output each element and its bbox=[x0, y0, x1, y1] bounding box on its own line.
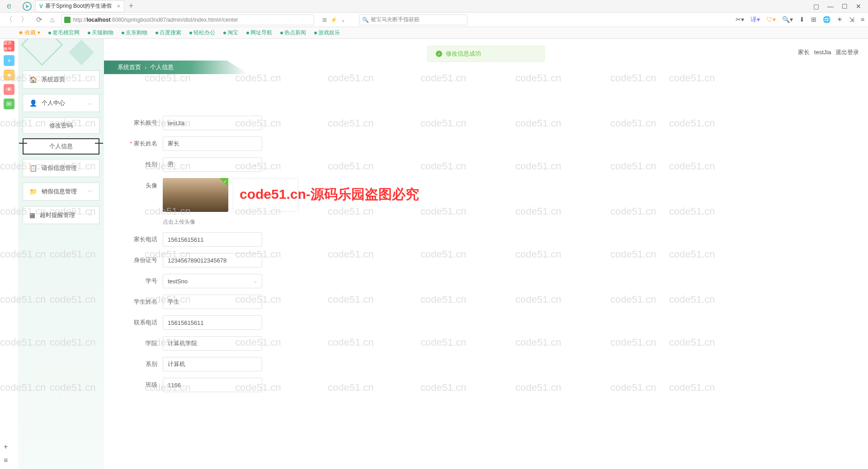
name-label: 家长姓名 bbox=[122, 140, 163, 148]
browser-tools: ✂▾ 译▾ 🛡▾ 🔍▾ ⬇ ⊞ 🌐 ☀ ⇲ ≡ bbox=[736, 16, 864, 24]
search-input[interactable]: 🔍 被宝马夹断手指获赔 bbox=[359, 14, 467, 25]
translate-icon[interactable]: 译▾ bbox=[750, 16, 760, 24]
rail-list-icon[interactable]: ≡ bbox=[4, 456, 8, 464]
main-content: ✓ 修改信息成功 充的设计与实现 家长 testJia 退出登录 系统首页 › … bbox=[104, 39, 868, 469]
pin-icon[interactable]: ⇲ bbox=[849, 16, 854, 24]
user-icon: 👤 bbox=[29, 99, 37, 107]
breadcrumb-current: 个人信息 bbox=[150, 63, 174, 71]
chevron-down-icon[interactable]: ⌄ bbox=[341, 17, 345, 23]
home-icon: 🏠 bbox=[29, 76, 37, 83]
bookmark-link[interactable]: 淘宝 bbox=[223, 29, 238, 37]
check-icon: ✓ bbox=[436, 51, 442, 57]
sidebar-item-personal[interactable]: 👤 个人中心 ︿ bbox=[23, 94, 99, 112]
menu-icon[interactable]: ≡ bbox=[861, 16, 864, 24]
dept-input[interactable] bbox=[163, 357, 262, 371]
name-input[interactable] bbox=[163, 136, 262, 151]
search-tool-icon[interactable]: 🔍▾ bbox=[782, 16, 793, 24]
student-name-label: 学生姓名 bbox=[122, 298, 163, 306]
toast-message: 修改信息成功 bbox=[446, 50, 481, 58]
phone-label: 家长电话 bbox=[122, 235, 163, 244]
bookmark-link[interactable]: 游戏娱乐 bbox=[314, 29, 340, 37]
bookmark-link[interactable]: 天猫购物 bbox=[88, 29, 113, 37]
window-minimize-icon[interactable]: — bbox=[827, 3, 834, 10]
sidebar-item-home[interactable]: 🏠 系统首页 bbox=[23, 70, 99, 89]
bookmark-link[interactable]: 轻松办公 bbox=[189, 29, 215, 37]
chevron-down-icon: ﹀ bbox=[88, 188, 93, 195]
rail-badge-icon[interactable]: 提供账号 bbox=[4, 41, 14, 52]
new-tab-button[interactable]: + bbox=[129, 1, 134, 11]
account-input[interactable] bbox=[163, 116, 262, 130]
sno-select[interactable]: testSno ⌄ bbox=[163, 274, 262, 288]
search-icon: 🔍 bbox=[362, 17, 369, 23]
bookmark-link[interactable]: 热点新闻 bbox=[280, 29, 306, 37]
folder-icon: 📁 bbox=[29, 188, 37, 195]
phone-input[interactable] bbox=[163, 232, 262, 247]
class-label: 班级 bbox=[122, 381, 163, 389]
contact-label: 联系电话 bbox=[122, 319, 163, 327]
bottom-rail: + ≡ bbox=[4, 443, 8, 464]
breadcrumb-home[interactable]: 系统首页 bbox=[118, 63, 141, 71]
chevron-up-icon: ︿ bbox=[88, 100, 93, 107]
window-maximize-icon[interactable]: ☐ bbox=[842, 3, 848, 10]
download-icon[interactable]: ⬇ bbox=[799, 16, 805, 24]
back-button[interactable]: 〈 bbox=[4, 15, 14, 24]
breadcrumb: 系统首页 › 个人信息 bbox=[104, 61, 249, 74]
bookmark-link[interactable]: 网址导航 bbox=[246, 29, 272, 37]
clipboard-icon: 📋 bbox=[29, 164, 37, 172]
sidebar-item-leave[interactable]: 📋 请假信息管理 bbox=[23, 159, 99, 177]
bookmark-link[interactable]: 百度搜索 bbox=[156, 29, 181, 37]
globe-icon[interactable]: 🌐 bbox=[823, 16, 830, 24]
avatar-preview[interactable]: ✓ bbox=[163, 178, 228, 212]
shield-tool-icon[interactable]: 🛡▾ bbox=[766, 16, 776, 24]
sidebar-item-overtime[interactable]: ▦ 超时提醒管理 ﹀ bbox=[23, 206, 99, 224]
bookmark-link[interactable]: 老毛桃官网 bbox=[48, 29, 80, 37]
bookmark-link[interactable]: 京东购物 bbox=[122, 29, 147, 37]
browser-logo: e bbox=[0, 1, 18, 11]
user-area: 家长 testJia 退出登录 bbox=[795, 48, 859, 56]
window-close-icon[interactable]: ✕ bbox=[856, 3, 861, 10]
college-input[interactable] bbox=[163, 336, 262, 351]
logout-link[interactable]: 退出登录 bbox=[835, 49, 859, 56]
chevron-down-icon: ⌄ bbox=[253, 278, 257, 284]
upload-button[interactable]: + bbox=[233, 178, 298, 212]
scissors-icon[interactable]: ✂▾ bbox=[736, 16, 744, 24]
shield-icon bbox=[64, 17, 71, 23]
id-input[interactable] bbox=[163, 253, 262, 267]
upload-hint: 点击上传头像 bbox=[163, 218, 850, 226]
favorites-label[interactable]: ★ 收藏 ▾ bbox=[18, 29, 40, 37]
gender-select[interactable]: 男 ⌄ bbox=[163, 157, 262, 172]
gender-label: 性别 bbox=[122, 160, 163, 169]
url-input[interactable]: http://localhost:8080/springboot3nd87/ad… bbox=[61, 14, 314, 25]
apps-icon[interactable]: ⊞ bbox=[811, 16, 816, 24]
contact-input[interactable] bbox=[163, 315, 262, 330]
send-icon[interactable]: ➤ bbox=[23, 2, 32, 11]
sun-icon[interactable]: ☀ bbox=[837, 16, 843, 24]
chevron-down-icon: ﹀ bbox=[88, 212, 93, 219]
home-button[interactable]: ⌂ bbox=[48, 16, 57, 24]
window-box-icon[interactable]: ▢ bbox=[813, 3, 819, 10]
rail-mail-icon[interactable]: ✉ bbox=[4, 98, 14, 109]
forward-button[interactable]: 〉 bbox=[19, 15, 30, 24]
chevron-down-icon: ⌄ bbox=[253, 162, 257, 168]
rail-star-icon[interactable]: ★ bbox=[4, 70, 14, 80]
form-area: 家长账号 家长姓名 性别 男 ⌄ 头像 ✓ bbox=[104, 66, 868, 417]
browser-tab[interactable]: V 基于Spring Boot的学生请假 × bbox=[35, 0, 124, 12]
reload-button[interactable]: ⟳ bbox=[34, 15, 44, 24]
rail-plus-icon[interactable]: + bbox=[4, 55, 14, 66]
student-name-input[interactable] bbox=[163, 295, 262, 309]
rail-eye-icon[interactable]: 👁 bbox=[4, 84, 14, 95]
rail-add-icon[interactable]: + bbox=[4, 443, 8, 451]
qr-icon[interactable]: ⊞ bbox=[322, 17, 327, 23]
window-controls: ▢ — ☐ ✕ bbox=[813, 3, 868, 10]
flash-icon[interactable]: ⚡ bbox=[330, 17, 337, 23]
sidebar-sub-personal-info[interactable]: 个人信息 bbox=[23, 138, 99, 155]
dept-label: 系别 bbox=[122, 360, 163, 368]
sidebar-sub-change-password[interactable]: 修改密码 bbox=[23, 117, 99, 134]
tab-close-icon[interactable]: × bbox=[117, 3, 120, 9]
bookmarks-bar: ★ 收藏 ▾ 老毛桃官网 天猫购物 京东购物 百度搜索 轻松办公 淘宝 网址导航… bbox=[0, 27, 868, 39]
success-toast: ✓ 修改信息成功 bbox=[427, 46, 545, 62]
sidebar-item-cancel-leave[interactable]: 📁 销假信息管理 ﹀ bbox=[23, 183, 99, 201]
user-name: testJia bbox=[814, 49, 831, 56]
class-input[interactable] bbox=[163, 378, 262, 392]
sno-label: 学号 bbox=[122, 277, 163, 285]
